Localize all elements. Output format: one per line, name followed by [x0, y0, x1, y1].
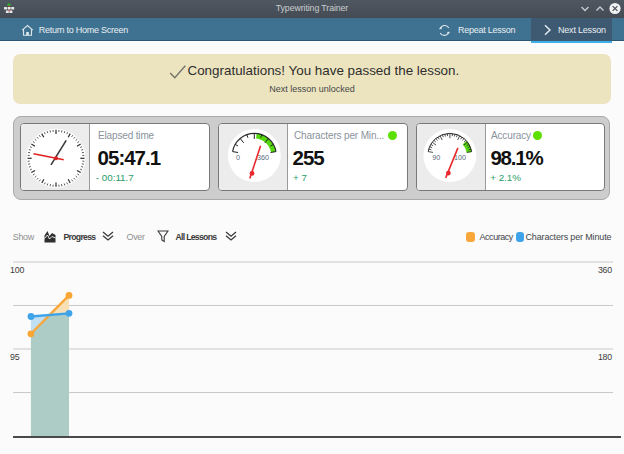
svg-text:95: 95 [10, 352, 20, 362]
svg-text:180: 180 [598, 352, 612, 362]
svg-text:360: 360 [598, 265, 612, 275]
svg-text:100: 100 [10, 265, 24, 275]
